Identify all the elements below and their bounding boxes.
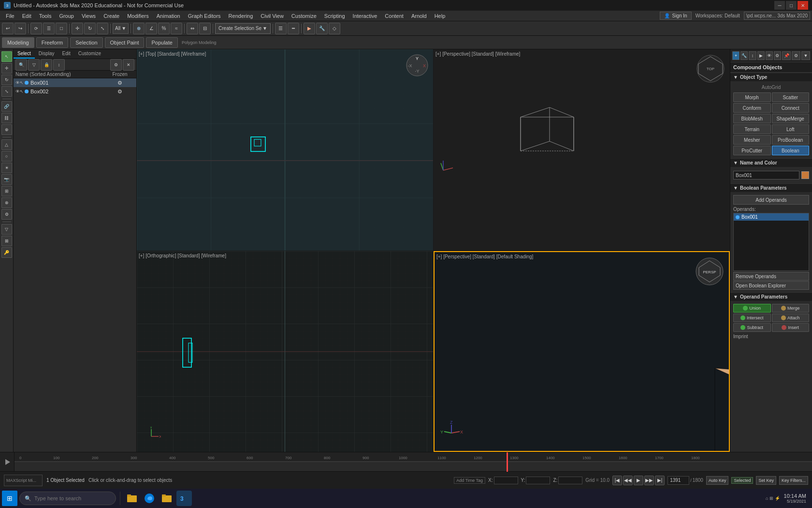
ribbon-toggle-button[interactable]: ━	[288, 23, 299, 34]
se-tab-customize[interactable]: Customize	[74, 49, 105, 59]
coord-y-input[interactable]	[526, 477, 550, 484]
bind-button[interactable]: ⊕	[1, 124, 12, 135]
select-filter-button[interactable]: ▽	[1, 224, 12, 235]
nav-cube-persp-shaded[interactable]: PERSP	[695, 257, 724, 286]
insert-button[interactable]: Insert	[772, 323, 810, 332]
menu-customize[interactable]: Customize	[288, 11, 320, 21]
sign-in-button[interactable]: 👤 Sign In	[660, 12, 691, 20]
procutter-button[interactable]: ProCutter	[733, 146, 771, 155]
start-button[interactable]: ⊞	[2, 491, 17, 506]
populate-tab[interactable]: Populate	[146, 37, 177, 48]
timeline-play-icon[interactable]	[0, 452, 14, 472]
rp-settings-icon[interactable]: ⚙	[792, 51, 800, 60]
se-tab-edit[interactable]: Edit	[58, 49, 74, 59]
coord-x-input[interactable]	[494, 477, 518, 484]
rp-motion-icon[interactable]: ▶	[757, 51, 765, 60]
select-by-name-button[interactable]: ☰	[43, 23, 55, 34]
render-button[interactable]: ▶	[304, 23, 315, 34]
select-region-button[interactable]: □	[56, 23, 67, 34]
playhead[interactable]	[507, 452, 508, 472]
menu-help[interactable]: Help	[431, 11, 450, 21]
render-setup-button[interactable]: 🔧	[316, 23, 328, 34]
search-bar[interactable]: 🔍	[19, 492, 116, 505]
select-all-button[interactable]: ⊠	[1, 236, 12, 246]
shapes-button[interactable]: ○	[1, 151, 12, 162]
object-type-header[interactable]: ▼ Object Type	[730, 73, 812, 81]
name-and-color-header[interactable]: ▼ Name and Color	[730, 158, 812, 167]
menu-scripting[interactable]: Scripting	[320, 11, 349, 21]
align-button[interactable]: ⊟	[199, 23, 211, 34]
taskbar-app-edge[interactable]	[142, 491, 157, 506]
close-button[interactable]: ✕	[798, 1, 808, 10]
systems-button[interactable]: ⚙	[1, 209, 12, 220]
search-input[interactable]	[34, 495, 111, 501]
viewport-perspective-shaded[interactable]: [+] [Perspective] [Standard] [Default Sh…	[434, 251, 730, 452]
se-search-button[interactable]: 🔍	[15, 59, 27, 71]
move-mode-button[interactable]: ✛	[1, 63, 12, 74]
auto-key-button[interactable]: Auto Key	[706, 476, 729, 485]
union-button[interactable]: Union	[733, 304, 771, 313]
viewport-top[interactable]: [+] [Top] [Standard] [Wireframe]	[137, 49, 433, 251]
next-key-button[interactable]: ▶▶	[644, 476, 654, 485]
menu-animation[interactable]: Animation	[153, 11, 184, 21]
se-close-button[interactable]: ✕	[123, 59, 134, 71]
menu-arnold[interactable]: Arnold	[407, 11, 431, 21]
rp-expand-icon[interactable]: ▼	[801, 51, 810, 60]
angle-snap-button[interactable]: ∠	[145, 23, 157, 34]
taskbar-app-folder[interactable]	[159, 491, 174, 506]
freeform-tab[interactable]: Freeform	[36, 37, 69, 48]
menu-content[interactable]: Content	[381, 11, 407, 21]
boolean-button[interactable]: Boolean	[772, 146, 810, 155]
key-filters-button[interactable]: Key Filters...	[779, 476, 808, 485]
menu-edit[interactable]: Edit	[18, 11, 35, 21]
se-tab-select[interactable]: Select	[14, 49, 35, 59]
rotate-button[interactable]: ↻	[84, 23, 96, 34]
menu-tools[interactable]: Tools	[35, 11, 56, 21]
timeline-slider[interactable]: 0 100 200 300 400 500 600 700 800 900 10…	[14, 452, 812, 472]
terrain-button[interactable]: Terrain	[733, 124, 771, 134]
rp-create-icon[interactable]: +	[732, 51, 740, 60]
rp-pin-icon[interactable]: 📌	[782, 51, 791, 60]
se-filter-button[interactable]: ▽	[28, 59, 40, 71]
maxscript-mini[interactable]: MAXScript Mi...	[4, 475, 43, 486]
add-operands-button[interactable]: Add Operands	[733, 195, 809, 205]
menu-civil-view[interactable]: Civil View	[257, 11, 287, 21]
spacewarps-button[interactable]: ⊗	[1, 197, 12, 208]
blobmesh-button[interactable]: BlobMesh	[733, 114, 771, 123]
helpers-button[interactable]: ⊞	[1, 186, 12, 196]
scale-button[interactable]: ⤡	[97, 23, 108, 34]
taskbar-app-explorer[interactable]	[124, 491, 140, 506]
create-selection-button[interactable]: Create Selection Se ▼	[215, 23, 271, 34]
assets-button[interactable]: 🔑	[1, 247, 12, 258]
percent-snap-button[interactable]: %	[158, 23, 170, 34]
move-button[interactable]: ✛	[72, 23, 83, 34]
operand-item-box001[interactable]: Box001	[734, 213, 809, 221]
add-time-tag-button[interactable]: Add Time Tag	[454, 477, 485, 484]
link-button[interactable]: 🔗	[1, 101, 12, 112]
mesher-button[interactable]: Mesher	[733, 135, 771, 145]
viewport-orthographic[interactable]: [+] [Orthographic] [Standard] [Wireframe…	[137, 251, 433, 452]
set-key-button[interactable]: Set Key	[756, 476, 776, 485]
boolean-params-header[interactable]: ▼ Boolean Parameters	[730, 183, 812, 192]
rp-display-icon[interactable]: 👁	[766, 51, 773, 60]
viewport-perspective-wireframe[interactable]: [+] [Perspective] [Standard] [Wireframe]…	[434, 49, 730, 251]
spinner-snap-button[interactable]: ≈	[171, 23, 182, 34]
frame-input[interactable]	[667, 476, 689, 485]
menu-group[interactable]: Group	[55, 11, 78, 21]
se-hierarchy-button[interactable]: ↕	[53, 59, 65, 71]
se-lock-button[interactable]: 🔒	[41, 59, 52, 71]
menu-create[interactable]: Create	[100, 11, 123, 21]
prev-frame-button[interactable]: |◀	[612, 476, 622, 485]
view-dropdown[interactable]: All ▼	[113, 23, 129, 34]
scale-mode-button[interactable]: ⤡	[1, 86, 12, 97]
selection-tab[interactable]: Selection	[70, 37, 102, 48]
unlink-button[interactable]: ⛓	[1, 113, 12, 123]
menu-views[interactable]: Views	[78, 11, 100, 21]
object-name-input[interactable]	[733, 171, 799, 179]
lights-button[interactable]: ☀	[1, 163, 12, 173]
minimize-button[interactable]: ─	[774, 1, 785, 10]
menu-rendering[interactable]: Rendering	[225, 11, 257, 21]
object-paint-tab[interactable]: Object Paint	[105, 37, 145, 48]
proboolean-button[interactable]: ProBoolean	[772, 135, 810, 145]
operand-params-header[interactable]: ▼ Operand Parameters	[730, 292, 812, 301]
